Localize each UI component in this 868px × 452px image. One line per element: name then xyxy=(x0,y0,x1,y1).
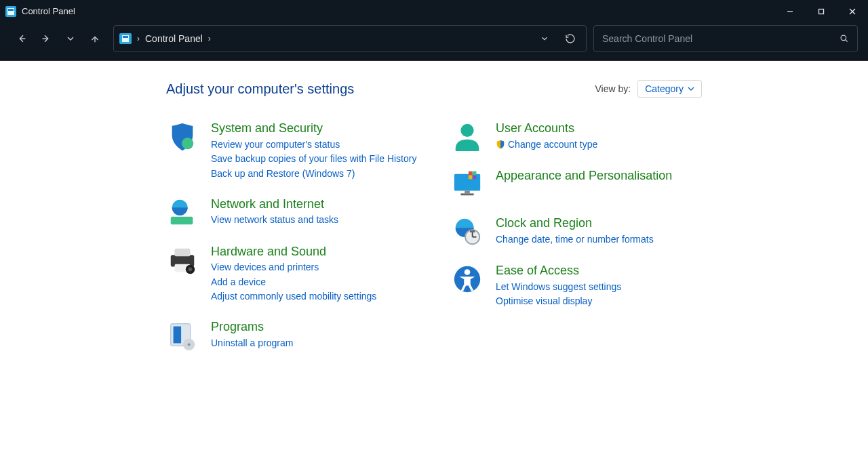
svg-point-13 xyxy=(182,138,193,149)
category-clock-region: Clock and Region Change date, time or nu… xyxy=(451,215,736,248)
svg-point-11 xyxy=(841,35,846,41)
category-link[interactable]: Adjust commonly used mobility settings xyxy=(211,289,376,304)
monitor-icon xyxy=(451,168,484,201)
svg-point-20 xyxy=(189,267,193,271)
category-title[interactable]: Hardware and Sound xyxy=(211,244,376,260)
view-by-label: View by: xyxy=(595,83,631,94)
search-icon[interactable] xyxy=(840,34,849,43)
chevron-down-icon xyxy=(688,85,694,92)
category-title[interactable]: User Accounts xyxy=(496,121,597,136)
category-title[interactable]: Ease of Access xyxy=(496,263,621,279)
app-icon xyxy=(5,6,16,17)
control-panel-icon xyxy=(119,33,132,44)
address-dropdown-button[interactable] xyxy=(534,28,555,49)
svg-rect-28 xyxy=(460,193,473,195)
svg-rect-10 xyxy=(123,36,128,38)
category-system-security: System and Security Review your computer… xyxy=(166,121,451,182)
category-programs: Programs Uninstall a program xyxy=(166,319,451,352)
category-link[interactable]: Optimise visual display xyxy=(496,294,621,309)
svg-rect-31 xyxy=(469,176,473,180)
window-title: Control Panel xyxy=(22,6,75,16)
close-button[interactable] xyxy=(837,0,868,22)
content: Adjust your computer's settings View by:… xyxy=(0,61,868,367)
category-appearance: Appearance and Personalisation xyxy=(451,168,736,201)
refresh-button[interactable] xyxy=(560,28,580,49)
category-link[interactable]: Uninstall a program xyxy=(211,336,293,351)
category-ease-of-access: Ease of Access Let Windows suggest setti… xyxy=(451,263,736,309)
svg-rect-29 xyxy=(469,171,473,176)
svg-rect-22 xyxy=(174,327,182,344)
view-by-select[interactable]: Category xyxy=(637,80,702,98)
category-hardware: Hardware and Sound View devices and prin… xyxy=(166,244,451,305)
category-link[interactable]: Let Windows suggest settings xyxy=(496,280,621,295)
category-link[interactable]: Review your computer's status xyxy=(211,138,416,152)
svg-point-39 xyxy=(465,269,471,275)
svg-rect-32 xyxy=(473,176,477,180)
category-title[interactable]: Clock and Region xyxy=(496,215,654,231)
category-title[interactable]: Network and Internet xyxy=(211,197,338,212)
toolbar: › Control Panel › xyxy=(0,22,868,61)
category-link[interactable]: View network status and tasks xyxy=(211,213,338,228)
search-input[interactable] xyxy=(602,33,840,44)
svg-rect-30 xyxy=(473,171,477,176)
chevron-right-icon: › xyxy=(208,34,211,43)
back-button[interactable] xyxy=(10,26,33,51)
recent-locations-button[interactable] xyxy=(59,26,82,51)
printer-icon xyxy=(166,244,199,276)
svg-rect-27 xyxy=(465,191,470,194)
view-by-value: Category xyxy=(645,83,684,94)
page-title: Adjust your computer's settings xyxy=(166,81,354,97)
svg-rect-26 xyxy=(454,174,480,191)
category-link[interactable]: Back up and Restore (Windows 7) xyxy=(211,167,416,182)
search-bar[interactable] xyxy=(593,25,858,52)
svg-rect-1 xyxy=(8,9,14,11)
category-link[interactable]: Add a device xyxy=(211,275,376,290)
titlebar: Control Panel xyxy=(0,0,868,22)
clock-globe-icon xyxy=(451,215,484,248)
minimize-button[interactable] xyxy=(774,0,806,22)
address-bar[interactable]: › Control Panel › xyxy=(113,25,587,52)
shield-icon xyxy=(166,121,199,153)
svg-rect-15 xyxy=(171,216,193,224)
accessibility-icon xyxy=(451,263,484,295)
network-icon xyxy=(166,197,199,229)
user-icon xyxy=(451,121,484,153)
breadcrumb-location[interactable]: Control Panel xyxy=(145,33,203,44)
svg-point-24 xyxy=(188,344,191,346)
svg-point-25 xyxy=(460,124,473,137)
up-button[interactable] xyxy=(83,26,106,51)
view-by: View by: Category xyxy=(595,80,702,98)
category-link[interactable]: Change account type xyxy=(496,138,597,152)
programs-icon xyxy=(166,319,199,352)
chevron-right-icon: › xyxy=(137,34,140,43)
maximize-button[interactable] xyxy=(806,0,837,22)
forward-button[interactable] xyxy=(35,26,58,51)
category-link[interactable]: View devices and printers xyxy=(211,260,376,275)
category-link[interactable]: Change date, time or number formats xyxy=(496,232,654,247)
svg-rect-17 xyxy=(175,248,191,256)
svg-line-12 xyxy=(846,40,848,42)
category-network: Network and Internet View network status… xyxy=(166,197,451,229)
svg-rect-37 xyxy=(470,230,475,232)
uac-shield-icon xyxy=(496,140,505,149)
category-title[interactable]: Appearance and Personalisation xyxy=(496,168,672,184)
category-title[interactable]: System and Security xyxy=(211,121,416,136)
svg-rect-3 xyxy=(819,9,824,14)
category-user-accounts: User Accounts Change account type xyxy=(451,121,736,153)
category-title[interactable]: Programs xyxy=(211,319,293,335)
category-link[interactable]: Save backup copies of your files with Fi… xyxy=(211,152,416,167)
